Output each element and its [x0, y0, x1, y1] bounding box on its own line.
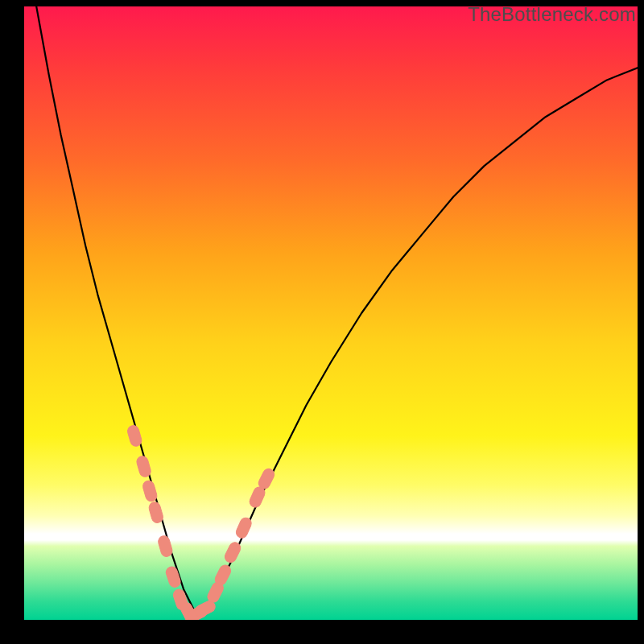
marker [157, 535, 174, 558]
marker [126, 424, 143, 448]
chart-frame: TheBottleneck.com [0, 0, 644, 644]
marker [148, 501, 165, 524]
bottleneck-curve [24, 6, 638, 613]
plot-area [24, 6, 638, 620]
marker [164, 565, 181, 588]
watermark-text: TheBottleneck.com [468, 3, 636, 26]
marker [234, 516, 253, 539]
highlight-markers [126, 424, 276, 620]
marker [142, 480, 159, 503]
plot-svg [24, 6, 638, 620]
marker [135, 455, 152, 478]
